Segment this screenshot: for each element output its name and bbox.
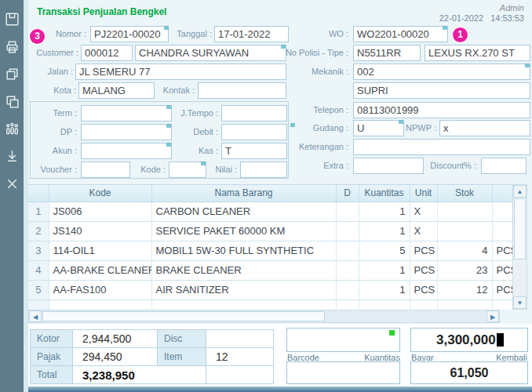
items-tbody: 1JS006CARBON CLEANER1X2JS140SERVICE PAKE… xyxy=(28,201,512,310)
jtempo-field[interactable] xyxy=(221,105,287,122)
items-grid: Kode Nama Barang D Kuantitas Unit Stok 1… xyxy=(28,184,512,310)
voucher-field[interactable] xyxy=(81,162,130,178)
kontak-label: Kontak : xyxy=(155,85,195,95)
bayar-input[interactable]: 3,300,000 xyxy=(410,328,528,352)
item-count: 12 xyxy=(206,348,274,366)
cell-nama: BRAKE CLEANER xyxy=(151,260,336,280)
summary-empty-cell xyxy=(206,366,274,384)
cell-nama: SERVICE PAKET 60000 KM xyxy=(151,221,336,241)
corner-handle xyxy=(290,123,295,127)
table-row[interactable]: 3114-OIL1MOBIL1 5W-30 FULL SYNTHETIC5PCS… xyxy=(28,241,512,260)
nilai-label: Nilai : xyxy=(209,165,237,174)
disc-label: Disc xyxy=(158,330,206,348)
cell-num: 3 xyxy=(28,241,49,260)
save-icon[interactable] xyxy=(4,11,20,27)
cell-kode: AA-BRAKE CLEANER xyxy=(49,260,151,280)
cell-stok: 4 xyxy=(437,241,492,260)
download-icon[interactable] xyxy=(4,148,20,165)
telepon-field[interactable]: 08113001999 xyxy=(353,102,530,118)
nilai-field[interactable] xyxy=(240,162,287,178)
table-row[interactable]: 1JS006CARBON CLEANER1X xyxy=(28,201,512,221)
datetime-stamp: 22-01-2022 14:53:53 xyxy=(439,13,524,23)
group-icon[interactable] xyxy=(4,121,20,137)
mekanik-label: Mekanik : xyxy=(302,67,348,76)
tanggal-field[interactable]: 17-01-2022 xyxy=(214,26,289,42)
kontak-field[interactable] xyxy=(198,82,286,99)
jalan-field[interactable]: JL SEMERU 77 xyxy=(75,64,286,80)
kembali-output: 61,050 xyxy=(410,361,528,384)
vscroll-thumb[interactable] xyxy=(514,198,526,260)
cell-kode: AA-FAS100 xyxy=(49,280,151,299)
akun-field[interactable] xyxy=(81,143,172,159)
col-stok: Stok xyxy=(437,185,492,201)
cell-unit xyxy=(410,299,437,310)
cell-stok xyxy=(437,299,492,310)
mekanik-code-field[interactable]: 002 xyxy=(353,64,530,80)
corner-handle xyxy=(443,26,447,30)
hscroll-thumb[interactable] xyxy=(42,311,325,321)
cell-kode xyxy=(49,299,151,310)
kuantitas-input[interactable] xyxy=(286,361,400,384)
pajak-label: Pajak xyxy=(31,348,73,366)
cell-qty xyxy=(359,299,410,310)
app-window: Transaksi Penjualan Bengkel Admin 22-01-… xyxy=(0,0,532,392)
kota-field[interactable]: MALANG xyxy=(78,82,155,99)
term-field[interactable] xyxy=(81,105,172,122)
print-icon[interactable] xyxy=(4,38,20,55)
close-icon[interactable] xyxy=(4,176,20,192)
dp-label: DP : xyxy=(36,127,77,136)
duplicate-icon[interactable] xyxy=(4,93,20,110)
wo-field[interactable]: WO2201-00020 xyxy=(353,26,448,42)
copy-icon[interactable] xyxy=(4,66,20,82)
tanggal-label: Tanggal : xyxy=(169,29,212,38)
telepon-label: Telepon : xyxy=(302,105,348,114)
discount-label: Discount% : xyxy=(426,161,476,170)
cell-nama: CARBON CLEANER xyxy=(151,201,336,221)
cell-num: 1 xyxy=(28,201,49,221)
scroll-left-icon[interactable]: ◀ xyxy=(29,310,42,322)
cell-d xyxy=(336,299,359,310)
cell-num: 4 xyxy=(28,260,49,280)
customer-name-field[interactable]: CHANDRA SURYAWAN xyxy=(135,45,286,61)
grid-horizontal-scrollbar[interactable]: ◀ ▶ xyxy=(28,310,500,323)
kota-label: Kota : xyxy=(29,85,76,95)
nomor-field[interactable]: PJ2201-00020 xyxy=(90,26,169,42)
corner-handle xyxy=(166,124,171,128)
table-row[interactable]: 5AA-FAS100AIR SANITIZER1PCS12PCS xyxy=(28,280,512,299)
mekanik-name-field[interactable]: SUPRI xyxy=(353,82,530,99)
table-row[interactable]: 2JS140SERVICE PAKET 60000 KM1X xyxy=(28,221,512,241)
extra-field[interactable] xyxy=(353,158,424,174)
gudang-field[interactable]: U xyxy=(353,120,404,136)
cell-kode: 114-OIL1 xyxy=(49,241,151,260)
scroll-right-icon[interactable]: ▶ xyxy=(486,310,499,322)
scroll-up-icon[interactable]: ▲ xyxy=(513,185,527,198)
corner-handle xyxy=(201,162,206,165)
cell-d xyxy=(336,280,359,299)
cell-stok_unit: PCS xyxy=(492,241,512,260)
keterangan-field[interactable] xyxy=(353,139,530,155)
kotor-label: Kotor xyxy=(31,330,73,348)
cell-unit: X xyxy=(410,201,437,221)
cell-nama: MOBIL1 5W-30 FULL SYNTHETIC xyxy=(151,241,336,260)
pajak-value: 294,450 xyxy=(73,348,158,366)
cell-qty: 1 xyxy=(359,280,410,299)
summary-table: Kotor 2,944,500 Disc Pajak 294,450 Item … xyxy=(30,329,274,384)
customer-label: Customer : xyxy=(20,48,78,57)
cell-unit: PCS xyxy=(410,260,437,280)
barcode-input[interactable] xyxy=(286,328,400,352)
cell-qty: 5 xyxy=(359,241,410,260)
discount-field[interactable] xyxy=(481,158,527,174)
npwp-field[interactable]: x xyxy=(439,120,530,136)
scroll-down-icon[interactable]: ▼ xyxy=(513,296,527,309)
kotor-value: 2,944,500 xyxy=(73,330,158,348)
customer-code-field[interactable]: 000012 xyxy=(81,45,133,61)
cell-d xyxy=(336,201,359,221)
dp-field[interactable] xyxy=(81,124,172,140)
kas-field[interactable]: T xyxy=(221,143,287,159)
debit-field[interactable] xyxy=(221,124,287,140)
no-polisi-field[interactable]: N5511RR xyxy=(353,45,421,61)
grid-vertical-scrollbar[interactable]: ▲ ▼ xyxy=(512,184,527,310)
table-row[interactable]: 4AA-BRAKE CLEANERBRAKE CLEANER1PCS23PCS xyxy=(28,260,512,280)
table-row-empty[interactable] xyxy=(28,299,512,310)
tipe-field[interactable]: LEXUS RX.270 ST xyxy=(425,45,530,61)
